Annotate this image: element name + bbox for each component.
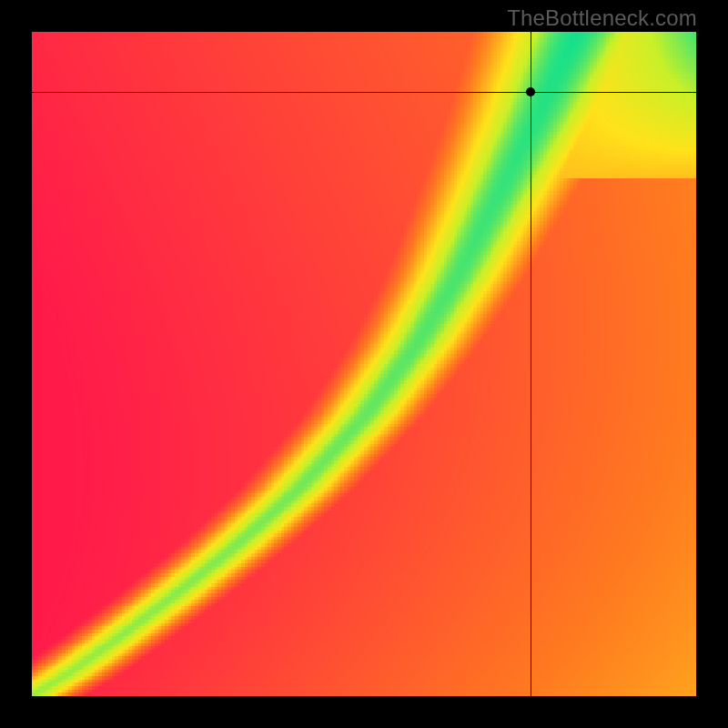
data-point-marker [526,87,535,96]
crosshair-vertical [531,32,531,696]
plot-area [32,32,696,696]
heatmap-canvas [32,32,696,696]
chart-frame: TheBottleneck.com [0,0,728,728]
crosshair-horizontal [32,92,696,93]
watermark-text: TheBottleneck.com [507,5,697,31]
